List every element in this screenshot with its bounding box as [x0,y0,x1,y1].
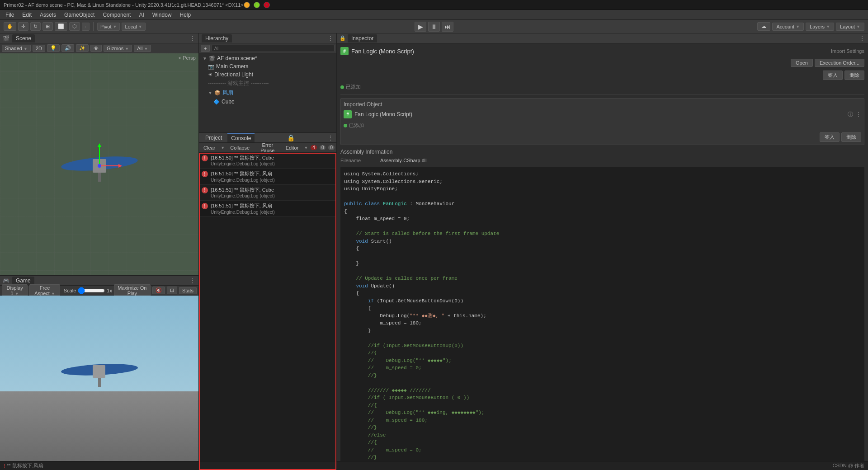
game-view[interactable] [0,296,198,470]
move-tool[interactable]: ✛ [18,22,28,31]
console-entry-0[interactable]: ! [16:51:50] ** 鼠标按下, Cube UnityEngine.D… [199,153,336,169]
hierarchy-cube[interactable]: 🔷 Cube [210,98,336,106]
console-entry-2[interactable]: ! [16:51:51] ** 鼠标按下, Cube UnityEngine.D… [199,185,336,201]
display-btn[interactable]: Display 1 ▼ [2,284,28,297]
transform-tool[interactable]: ⬡ [69,22,80,31]
code-line-28: //} [344,372,861,380]
hierarchy-options[interactable]: ⋮ [327,35,334,42]
rect-tool[interactable]: ⬜ [55,22,67,31]
menu-file[interactable]: File [2,11,18,19]
menu-window[interactable]: Window [149,11,175,19]
hierarchy-search[interactable] [212,45,335,52]
minimize-btn[interactable]: _ [244,2,250,8]
maximize-btn[interactable]: □ [254,2,260,8]
scale-value: 1x [107,288,112,293]
menu-edit[interactable]: Edit [19,11,35,19]
hierarchy-fan[interactable]: ▼ 📦 风扇 [204,88,336,98]
code-line-15: // Update is called once per frame [344,275,861,282]
maximize-on-play-btn[interactable]: Maximize On Play [114,284,151,297]
code-line-39: //} [344,454,861,461]
scene-view[interactable]: < Persp [0,53,198,275]
directional-light-label: Directional Light [214,71,253,78]
game-tab[interactable]: Game [12,277,34,285]
open-btn[interactable]: Open [791,59,813,67]
game-panel: 🎮 Game ⋮ Display 1 ▼ Free Aspect ▼ Scale… [0,276,198,470]
console-entry-3[interactable]: ! [16:51:51] ** 鼠标按下, 风扇 UnityEngine.Deb… [199,201,336,216]
console-text-0: [16:51:50] ** 鼠标按下, Cube UnityEngine.Deb… [211,155,275,166]
menu-ai[interactable]: AI [135,11,147,19]
inspector-options-btn[interactable]: ⋮ [859,35,865,42]
hierarchy-directional-light[interactable]: ☀ Directional Light [204,70,336,79]
account-btn[interactable]: Account ▼ [772,23,804,31]
inspector-tab[interactable]: Inspector [348,34,377,42]
cloud-btn[interactable]: ☁ [757,22,770,31]
step-btn[interactable]: ⏭ [442,22,453,32]
filename-value: Assembly-CSharp.dll [380,158,427,163]
stats-btn[interactable]: Stats [179,287,197,294]
gizmos-btn[interactable]: Gizmos ▼ [104,45,132,52]
console-options-btn[interactable]: ⋮ [327,134,334,141]
effects-btn[interactable]: ✨ [76,44,89,52]
separator-label: ---------- 游戏主控 ---------- [208,80,269,87]
scene-root-item[interactable]: ▼ 🎬 AF demo scene* [199,54,336,62]
sign-in-btn[interactable]: 签入 [823,70,843,80]
error-pause-btn[interactable]: Error Pause [255,142,280,154]
lighting-btn[interactable]: 💡 [47,44,60,52]
info-count-badge: 0 [328,145,335,150]
layout-btn[interactable]: Layout ▼ [836,23,864,31]
console-entry-1[interactable]: ! [16:51:50] ** 鼠标按下, 风扇 UnityEngine.Deb… [199,169,336,184]
scene-options-btn[interactable]: ⋮ [189,35,196,42]
editor-btn[interactable]: Editor [283,145,302,151]
scale-slider[interactable] [78,287,105,294]
menu-help[interactable]: Help [176,11,194,19]
menu-gameobject[interactable]: GameObject [61,11,98,19]
camera-icon: 📷 [208,64,214,70]
scene-vis-btn[interactable]: 👁 [90,45,102,52]
hierarchy-add-btn[interactable]: + [201,45,210,52]
code-line-23 [344,334,861,342]
scene-tab[interactable]: Scene [12,34,35,42]
vsync-btn[interactable]: ⊡ [167,287,177,294]
project-tab[interactable]: Project [202,134,226,142]
pause-btn[interactable]: ⏸ [428,22,440,32]
imported-sign-btn[interactable]: 签入 [820,132,840,142]
dot-tool[interactable]: · [82,23,90,31]
sign-delete-row: 签入 删除 [340,70,864,80]
delete-btn[interactable]: 删除 [844,70,864,80]
pivot-btn[interactable]: Pivot ▼ [97,23,120,31]
clear-btn[interactable]: Clear [201,145,218,151]
aspect-btn[interactable]: Free Aspect ▼ [29,284,60,297]
close-btn[interactable]: × [264,2,270,8]
menu-assets[interactable]: Assets [36,11,60,19]
code-line-25: //{ [344,349,861,357]
local-btn[interactable]: Local ▼ [122,23,145,31]
code-line-21: m_speed = 180; [344,320,861,327]
collapse-btn[interactable]: Collapse [227,145,252,151]
code-line-19: { [344,305,861,312]
console-panel-options[interactable]: 🔒 [287,134,295,141]
code-line-38: // m_speed = 0; [344,446,861,454]
console-content: ! [16:51:50] ** 鼠标按下, Cube UnityEngine.D… [199,153,336,470]
game-options-btn[interactable]: ⋮ [189,277,196,284]
scale-tool[interactable]: ⊞ [42,22,53,31]
code-line-11: { [344,245,861,253]
hierarchy-separator[interactable]: ---------- 游戏主控 ---------- [204,79,336,88]
audio-btn[interactable]: 🔊 [61,44,74,52]
2d-btn[interactable]: 2D [33,45,45,52]
layers-btn[interactable]: Layers ▼ [806,23,834,31]
rotate-tool[interactable]: ↻ [30,22,41,31]
all-search-btn[interactable]: All ▼ [134,45,151,52]
shaded-btn[interactable]: Shaded ▼ [2,45,31,52]
imported-delete-btn[interactable]: 删除 [841,132,861,142]
hand-tool[interactable]: ✋ [4,22,16,31]
console-tab[interactable]: Console [227,133,255,142]
code-line-22: } [344,327,861,335]
execution-order-btn[interactable]: Execution Order... [815,59,864,67]
imported-options-icon[interactable]: ⋮ [856,111,861,118]
mute-btn[interactable]: 🔇 [152,287,165,294]
play-btn[interactable]: ▶ [415,22,426,32]
hierarchy-main-camera[interactable]: 📷 Main Camera [204,62,336,70]
menu-component[interactable]: Component [99,11,134,19]
hierarchy-tab[interactable]: Hierarchy [202,34,232,42]
inspector-lock-icon[interactable]: 🔒 [340,35,346,41]
